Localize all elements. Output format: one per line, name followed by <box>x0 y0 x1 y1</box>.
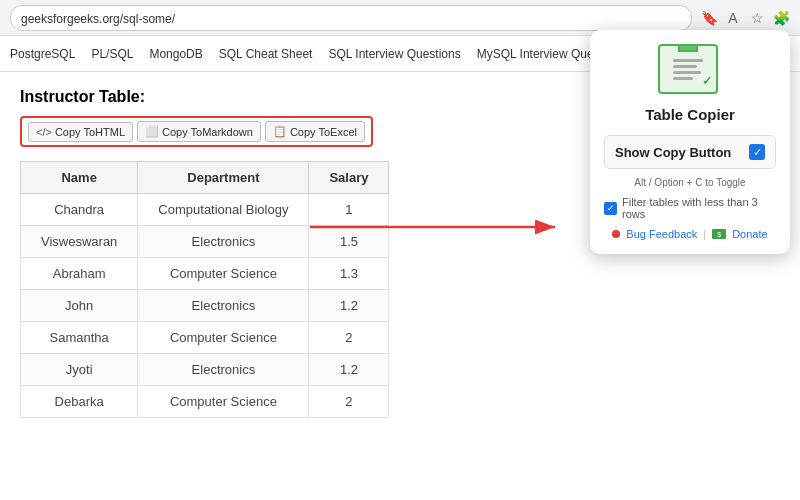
popup-toggle-label: Show Copy Button <box>615 145 731 160</box>
nav-item-postgresql[interactable]: PostgreSQL <box>10 45 75 63</box>
bug-feedback-link[interactable]: Bug Feedback <box>626 228 697 240</box>
table-row: SamanthaComputer Science2 <box>21 322 389 354</box>
browser-icons: 🔖 A ☆ 🧩 <box>700 9 790 27</box>
star-icon[interactable]: ☆ <box>748 9 766 27</box>
table-cell-2-1: Computer Science <box>138 258 309 290</box>
url-bar[interactable]: geeksforgeeks.org/sql-some/ <box>10 5 692 31</box>
zoom-icon[interactable]: A <box>724 9 742 27</box>
copy-to-html-button[interactable]: </> Copy ToHTML <box>28 122 133 142</box>
table-cell-3-2: 1.2 <box>309 290 389 322</box>
table-row: ChandraComputational Biology1 <box>21 194 389 226</box>
table-cell-6-0: Debarka <box>21 386 138 418</box>
nav-item-sql-interview[interactable]: SQL Interview Questions <box>328 45 460 63</box>
excel-icon: 📋 <box>273 125 287 138</box>
table-cell-2-2: 1.3 <box>309 258 389 290</box>
donate-link[interactable]: Donate <box>732 228 767 240</box>
table-row: DebarkaComputer Science2 <box>21 386 389 418</box>
popup-icon-clip <box>678 44 698 52</box>
nav-item-mongodb[interactable]: MongoDB <box>149 45 202 63</box>
table-header-row: Name Department Salary <box>21 162 389 194</box>
table-cell-0-0: Chandra <box>21 194 138 226</box>
popup-icon-bg: ✓ <box>658 44 718 94</box>
table-cell-3-1: Electronics <box>138 290 309 322</box>
table-cell-2-0: Abraham <box>21 258 138 290</box>
html-icon: </> <box>36 126 52 138</box>
table-cell-4-0: Samantha <box>21 322 138 354</box>
table-cell-6-2: 2 <box>309 386 389 418</box>
nav-item-sql-cheat[interactable]: SQL Cheat Sheet <box>219 45 313 63</box>
popup-toggle-checkbox[interactable]: ✓ <box>749 144 765 160</box>
popup-icon-container: ✓ <box>658 44 722 100</box>
markdown-icon: ⬜ <box>145 125 159 138</box>
table-row: JyotiElectronics1.2 <box>21 354 389 386</box>
instructor-table: Name Department Salary ChandraComputatio… <box>20 161 389 418</box>
icon-line-2 <box>673 65 697 68</box>
icon-line-1 <box>673 59 703 62</box>
table-cell-5-0: Jyoti <box>21 354 138 386</box>
icon-line-3 <box>673 71 701 74</box>
icon-line-4 <box>673 77 693 80</box>
popup-checkmark-icon: ✓ <box>702 74 712 88</box>
table-cell-1-0: Visweswaran <box>21 226 138 258</box>
copy-to-markdown-button[interactable]: ⬜ Copy ToMarkdown <box>137 121 261 142</box>
footer-separator: | <box>703 228 706 240</box>
popup-icon-lines <box>673 59 703 80</box>
table-copier-popup: ✓ Table Copier Show Copy Button ✓ Alt / … <box>590 30 790 254</box>
table-cell-1-2: 1.5 <box>309 226 389 258</box>
col-header-salary: Salary <box>309 162 389 194</box>
extension-icon[interactable]: 🧩 <box>772 9 790 27</box>
table-row: JohnElectronics1.2 <box>21 290 389 322</box>
popup-filter-text: Filter tables with less than 3 rows <box>622 196 776 220</box>
popup-shortcut: Alt / Option + C to Toggle <box>604 177 776 188</box>
table-cell-1-1: Electronics <box>138 226 309 258</box>
copy-buttons-wrapper: </> Copy ToHTML ⬜ Copy ToMarkdown 📋 Copy… <box>20 116 373 147</box>
table-cell-4-1: Computer Science <box>138 322 309 354</box>
popup-header: ✓ Table Copier <box>604 44 776 123</box>
popup-footer: Bug Feedback | $ Donate <box>604 228 776 240</box>
bookmark-icon[interactable]: 🔖 <box>700 9 718 27</box>
bug-icon <box>612 230 620 238</box>
copy-buttons-row: </> Copy ToHTML ⬜ Copy ToMarkdown 📋 Copy… <box>28 121 365 142</box>
popup-toggle-row: Show Copy Button ✓ <box>604 135 776 169</box>
table-cell-5-2: 1.2 <box>309 354 389 386</box>
col-header-name: Name <box>21 162 138 194</box>
table-cell-4-2: 2 <box>309 322 389 354</box>
table-row: VisweswaranElectronics1.5 <box>21 226 389 258</box>
table-cell-5-1: Electronics <box>138 354 309 386</box>
popup-title: Table Copier <box>645 106 735 123</box>
col-header-department: Department <box>138 162 309 194</box>
table-row: AbrahamComputer Science1.3 <box>21 258 389 290</box>
table-cell-3-0: John <box>21 290 138 322</box>
copy-to-excel-button[interactable]: 📋 Copy ToExcel <box>265 121 365 142</box>
table-cell-0-2: 1 <box>309 194 389 226</box>
popup-filter-row: ✓ Filter tables with less than 3 rows <box>604 196 776 220</box>
table-cell-0-1: Computational Biology <box>138 194 309 226</box>
donate-icon: $ <box>712 229 726 239</box>
nav-item-plsql[interactable]: PL/SQL <box>91 45 133 63</box>
table-cell-6-1: Computer Science <box>138 386 309 418</box>
popup-filter-checkbox[interactable]: ✓ <box>604 202 617 215</box>
